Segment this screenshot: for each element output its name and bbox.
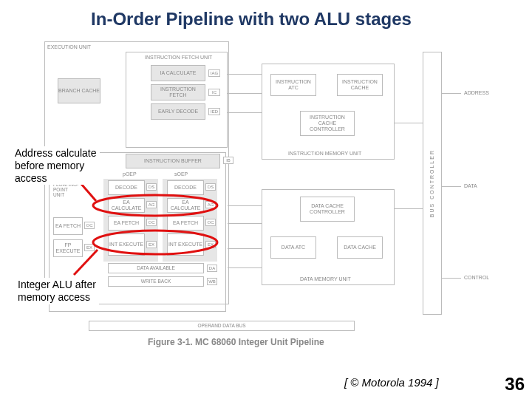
bus-line-3	[228, 112, 262, 113]
soep-int-exec-box: INT EXECUTE	[167, 233, 204, 256]
poep-ds-tag: DS	[146, 183, 157, 191]
bus-controller-label: BUS CONTROLLER	[429, 149, 435, 217]
bus-line-8	[395, 123, 423, 123]
soep-decode-box: DECODE	[167, 180, 204, 195]
poep-ex-tag: EX	[146, 241, 157, 248]
instruction-cache-box: INSTRUCTION CACHE	[337, 74, 383, 96]
dcc-box: DATA CACHE CONTROLLER	[300, 197, 355, 222]
early-decode-box: EARLY DECODE	[151, 103, 205, 120]
bus-line-4	[228, 205, 262, 206]
bus-control-label: CONTROL	[464, 275, 489, 280]
bus-data-label: DATA	[464, 183, 477, 188]
poep-decode-box: DECODE	[108, 180, 145, 195]
write-back-box: WRITE BACK	[108, 276, 204, 287]
wb-tag: WB	[207, 278, 217, 285]
poep-oc-tag: OC	[146, 219, 157, 226]
data-available-box: DATA AVAILABLE	[108, 263, 204, 273]
fpu-ex-tag: EX	[84, 244, 95, 251]
poep-label: pOEP	[123, 171, 137, 177]
poep-ea-calc-box: EA CALCULATE	[108, 198, 145, 213]
bus-a-line	[442, 93, 461, 94]
bus-line-9	[395, 208, 423, 209]
ifu-label: INSTRUCTION FETCH UNIT	[145, 55, 212, 60]
ied-tag: IED	[208, 108, 220, 115]
ia-calculate-box: IA CALCULATE	[151, 65, 205, 81]
ic-tag: IC	[208, 89, 220, 96]
instruction-buffer-box: INSTRUCTION BUFFER	[126, 154, 220, 168]
soep-label: sOEP	[174, 171, 188, 177]
soep-ea-fetch-box: EA FETCH	[167, 216, 204, 231]
execution-unit-label: EXECUTION UNIT	[47, 44, 91, 50]
icc-box: INSTRUCTION CACHE CONTROLLER	[300, 111, 355, 136]
iag-tag: IAG	[208, 69, 220, 77]
poep-int-exec-box: INT EXECUTE	[108, 233, 145, 256]
bus-line-6	[228, 248, 262, 249]
soep-ea-calc-box: EA CALCULATE	[167, 198, 204, 213]
soep-oc-tag: OC	[205, 219, 216, 226]
soep-ex-tag: EX	[205, 241, 216, 248]
bus-controller-box: BUS CONTROLLER	[423, 52, 442, 315]
pipeline-diagram: EXECUTION UNIT INSTRUCTION FETCH UNIT BR…	[44, 41, 488, 346]
addr-calc-annotation: Address calculate before memory access	[12, 146, 100, 185]
bus-line-7	[228, 267, 262, 268]
fp-execute-box: FP EXECUTE	[53, 239, 83, 257]
dmem-label: DATA MEMORY UNIT	[300, 276, 351, 282]
imem-label: INSTRUCTION MEMORY UNIT	[288, 151, 361, 156]
bus-d-line	[442, 186, 461, 187]
instruction-atc-box: INSTRUCTION ATC	[270, 74, 316, 96]
int-alu-annotation: Integer ALU after memory access	[15, 278, 99, 304]
operand-bus-box: OPERAND DATA BUS	[89, 321, 355, 331]
da-tag: DA	[207, 265, 217, 272]
bus-line-1	[228, 74, 262, 75]
branch-cache-box: BRANCH CACHE	[58, 78, 100, 103]
bus-address-label: ADDRESS	[464, 90, 489, 95]
bus-line-2	[228, 93, 262, 94]
fpu-ea-fetch-box: EA FETCH	[53, 217, 83, 235]
ib-tag: IB	[223, 157, 233, 164]
bus-line-5	[228, 223, 262, 224]
bus-c-line	[442, 278, 461, 279]
fpu-oc-tag: OC	[84, 222, 95, 229]
soep-ag-tag: AG	[205, 201, 216, 208]
data-atc-box: DATA ATC	[270, 236, 316, 259]
poep-ea-fetch-box: EA FETCH	[108, 216, 145, 231]
instruction-fetch-box: INSTRUCTION FETCH	[151, 84, 205, 100]
soep-ds-tag: DS	[205, 183, 216, 191]
data-cache-box: DATA CACHE	[337, 236, 383, 259]
page-title: In-Order Pipeline with two ALU stages	[0, 9, 502, 30]
copyright-credit: [ © Motorola 1994 ]	[344, 376, 439, 389]
page-number: 36	[505, 374, 525, 395]
poep-ag-tag: AG	[146, 201, 157, 208]
figure-caption: Figure 3-1. MC 68060 Integer Unit Pipeli…	[148, 337, 324, 347]
